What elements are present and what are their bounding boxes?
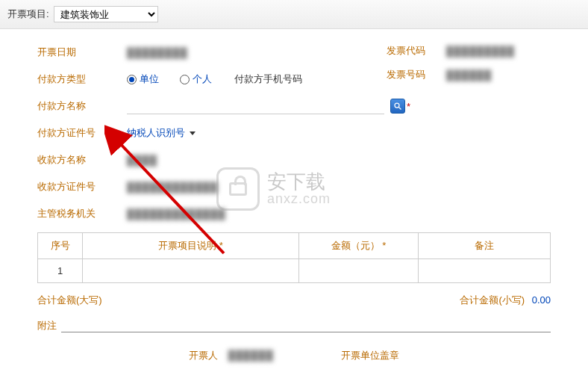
invoice-date-value: ████████ [127, 47, 188, 58]
invoice-codes: 发票代码 █████████ 发票号码 ██████ [387, 44, 551, 92]
invoice-code-value: █████████ [446, 46, 515, 57]
total-lower-value: 0.00 [532, 294, 551, 306]
tax-office-value: █████████████ [127, 208, 226, 220]
payer-type-radio-group: 单位 个人 [127, 72, 212, 86]
payer-name-input[interactable] [127, 98, 384, 114]
issuer-label: 开票人 [189, 350, 218, 361]
payee-cert-value: ████████████ [127, 182, 219, 193]
payer-name-label: 付款方名称 [37, 99, 127, 113]
stamp-label: 开票单位盖章 [341, 349, 399, 362]
total-upper-label: 合计金额(大写) [37, 294, 102, 307]
invoice-project-select[interactable]: 建筑装饰业 [54, 6, 158, 22]
invoice-date-label: 开票日期 [37, 46, 127, 59]
col-desc: 开票项目说明 * [83, 233, 299, 259]
col-amount: 金额（元） * [299, 233, 419, 259]
cell-amount[interactable] [299, 259, 419, 283]
payee-cert-label: 收款方证件号 [37, 180, 127, 194]
radio-unit[interactable]: 单位 [127, 72, 159, 86]
table-row[interactable]: 1 [38, 259, 551, 283]
total-lower-label: 合计金额(小写) [460, 294, 525, 306]
form-area: 发票代码 █████████ 发票号码 ██████ 开票日期 ████████… [0, 29, 588, 370]
svg-point-0 [395, 103, 399, 108]
svg-line-1 [398, 108, 401, 110]
payer-type-label: 付款方类型 [37, 72, 127, 86]
col-note: 备注 [419, 233, 551, 259]
payer-phone-label: 付款方手机号码 [234, 72, 302, 86]
required-mark: * [407, 101, 410, 112]
invoice-code-label: 发票代码 [387, 44, 446, 58]
search-icon [393, 102, 402, 111]
radio-person[interactable]: 个人 [180, 72, 212, 86]
topbar: 开票项目: 建筑装饰业 [0, 0, 588, 29]
invoice-number-label: 发票号码 [387, 68, 446, 81]
col-seq: 序号 [38, 233, 83, 259]
items-table: 序号 开票项目说明 * 金额（元） * 备注 1 [37, 232, 551, 283]
payer-cert-label: 付款方证件号 [37, 126, 127, 140]
note-input[interactable] [61, 319, 551, 332]
totals-row: 合计金额(大写) 合计金额(小写) 0.00 [37, 294, 551, 307]
cert-type-select[interactable]: 纳税人识别号 [127, 126, 198, 140]
cell-desc[interactable] [83, 259, 299, 283]
issuer-value: ██████ [228, 350, 274, 361]
radio-icon [127, 75, 137, 84]
cell-seq: 1 [38, 259, 83, 283]
note-row: 附注 [37, 319, 551, 332]
invoice-number-value: ██████ [446, 69, 492, 81]
footer: 开票人 ██████ 开票单位盖章 [37, 349, 551, 362]
note-label: 附注 [37, 319, 57, 332]
payee-name-value: ████ [127, 155, 157, 166]
radio-icon [180, 75, 190, 84]
tax-office-label: 主管税务机关 [37, 207, 127, 220]
invoice-project-label: 开票项目: [7, 7, 49, 21]
search-button[interactable] [390, 99, 405, 114]
cell-note[interactable] [419, 259, 551, 283]
payee-name-label: 收款方名称 [37, 153, 127, 167]
